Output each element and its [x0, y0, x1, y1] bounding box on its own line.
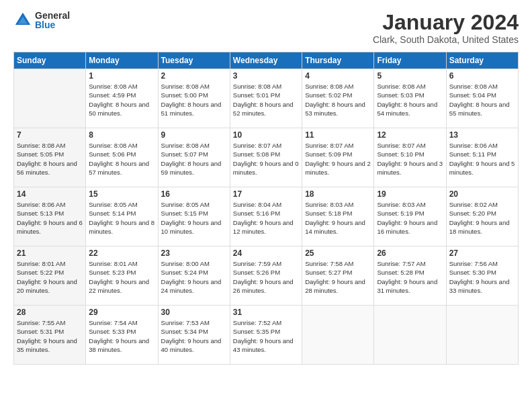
calendar-cell-w2-d5: 11Sunrise: 8:07 AM Sunset: 5:09 PM Dayli… [302, 128, 374, 187]
calendar-cell-w1-d3: 2Sunrise: 8:08 AM Sunset: 5:00 PM Daylig… [158, 69, 230, 128]
week-row-3: 14Sunrise: 8:06 AM Sunset: 5:13 PM Dayli… [14, 187, 519, 246]
calendar-cell-w2-d2: 8Sunrise: 8:08 AM Sunset: 5:06 PM Daylig… [86, 128, 158, 187]
logo-general-text: General [35, 11, 70, 20]
logo: General Blue [13, 11, 70, 30]
calendar-cell-w1-d2: 1Sunrise: 8:08 AM Sunset: 4:59 PM Daylig… [86, 69, 158, 128]
calendar-cell-w4-d7: 27Sunrise: 7:56 AM Sunset: 5:30 PM Dayli… [446, 246, 518, 306]
header-monday: Monday [86, 52, 158, 69]
day-info-w5-d2: Sunrise: 7:54 AM Sunset: 5:33 PM Dayligh… [89, 318, 154, 354]
logo-blue-text: Blue [35, 20, 70, 30]
day-info-w5-d4: Sunrise: 7:52 AM Sunset: 5:35 PM Dayligh… [233, 318, 299, 354]
calendar-cell-w3-d2: 15Sunrise: 8:05 AM Sunset: 5:14 PM Dayli… [86, 187, 158, 246]
calendar-cell-w2-d6: 12Sunrise: 8:07 AM Sunset: 5:10 PM Dayli… [374, 128, 446, 187]
day-info-w2-d4: Sunrise: 8:07 AM Sunset: 5:08 PM Dayligh… [233, 141, 299, 177]
header: General Blue January 2024 Clark, South D… [13, 11, 519, 45]
day-info-w3-d2: Sunrise: 8:05 AM Sunset: 5:14 PM Dayligh… [89, 200, 154, 236]
day-info-w1-d6: Sunrise: 8:08 AM Sunset: 5:03 PM Dayligh… [377, 82, 443, 118]
day-info-w2-d6: Sunrise: 8:07 AM Sunset: 5:10 PM Dayligh… [377, 141, 443, 177]
day-number-w5-d3: 30 [161, 308, 227, 317]
day-info-w2-d7: Sunrise: 8:06 AM Sunset: 5:11 PM Dayligh… [449, 141, 515, 177]
calendar-cell-w2-d4: 10Sunrise: 8:07 AM Sunset: 5:08 PM Dayli… [230, 128, 302, 187]
day-info-w1-d3: Sunrise: 8:08 AM Sunset: 5:00 PM Dayligh… [161, 82, 227, 118]
calendar-cell-w4-d2: 22Sunrise: 8:01 AM Sunset: 5:23 PM Dayli… [86, 246, 158, 306]
calendar-cell-w1-d7: 6Sunrise: 8:08 AM Sunset: 5:04 PM Daylig… [446, 69, 518, 128]
day-number-w4-d3: 23 [161, 248, 227, 258]
day-number-w3-d5: 18 [305, 189, 371, 199]
day-info-w2-d5: Sunrise: 8:07 AM Sunset: 5:09 PM Dayligh… [305, 141, 371, 177]
day-number-w3-d4: 17 [233, 189, 299, 199]
calendar-cell-w4-d6: 26Sunrise: 7:57 AM Sunset: 5:28 PM Dayli… [374, 246, 446, 306]
day-number-w2-d7: 13 [449, 130, 515, 140]
week-row-5: 28Sunrise: 7:55 AM Sunset: 5:31 PM Dayli… [14, 306, 519, 365]
day-info-w1-d4: Sunrise: 8:08 AM Sunset: 5:01 PM Dayligh… [233, 82, 299, 118]
month-title: January 2024 [373, 11, 519, 34]
day-info-w1-d5: Sunrise: 8:08 AM Sunset: 5:02 PM Dayligh… [305, 82, 371, 118]
header-sunday: Sunday [14, 52, 86, 69]
calendar-cell-w4-d4: 24Sunrise: 7:59 AM Sunset: 5:26 PM Dayli… [230, 246, 302, 306]
calendar-cell-w2-d3: 9Sunrise: 8:08 AM Sunset: 5:07 PM Daylig… [158, 128, 230, 187]
logo-icon [13, 11, 32, 30]
header-friday: Friday [374, 52, 446, 69]
day-number-w4-d1: 21 [17, 248, 83, 258]
day-info-w1-d2: Sunrise: 8:08 AM Sunset: 4:59 PM Dayligh… [89, 82, 154, 118]
day-number-w1-d4: 3 [233, 71, 299, 81]
day-number-w1-d2: 1 [89, 71, 154, 81]
calendar-cell-w4-d1: 21Sunrise: 8:01 AM Sunset: 5:22 PM Dayli… [14, 246, 86, 306]
day-info-w3-d1: Sunrise: 8:06 AM Sunset: 5:13 PM Dayligh… [17, 200, 83, 236]
calendar-cell-w3-d7: 20Sunrise: 8:02 AM Sunset: 5:20 PM Dayli… [446, 187, 518, 246]
header-saturday: Saturday [446, 52, 518, 69]
calendar-cell-w5-d5 [302, 306, 374, 365]
day-info-w3-d7: Sunrise: 8:02 AM Sunset: 5:20 PM Dayligh… [449, 200, 515, 236]
calendar-cell-w5-d4: 31Sunrise: 7:52 AM Sunset: 5:35 PM Dayli… [230, 306, 302, 365]
day-info-w4-d4: Sunrise: 7:59 AM Sunset: 5:26 PM Dayligh… [233, 259, 299, 295]
day-number-w1-d5: 4 [305, 71, 371, 81]
day-number-w1-d6: 5 [377, 71, 443, 81]
day-info-w4-d5: Sunrise: 7:58 AM Sunset: 5:27 PM Dayligh… [305, 259, 371, 295]
day-info-w3-d5: Sunrise: 8:03 AM Sunset: 5:18 PM Dayligh… [305, 200, 371, 236]
calendar-cell-w1-d4: 3Sunrise: 8:08 AM Sunset: 5:01 PM Daylig… [230, 69, 302, 128]
calendar-cell-w3-d6: 19Sunrise: 8:03 AM Sunset: 5:19 PM Dayli… [374, 187, 446, 246]
day-info-w5-d3: Sunrise: 7:53 AM Sunset: 5:34 PM Dayligh… [161, 318, 227, 354]
week-row-4: 21Sunrise: 8:01 AM Sunset: 5:22 PM Dayli… [14, 246, 519, 306]
day-number-w1-d7: 6 [449, 71, 515, 81]
page: General Blue January 2024 Clark, South D… [0, 0, 532, 411]
day-number-w1-d3: 2 [161, 71, 227, 81]
day-info-w3-d3: Sunrise: 8:05 AM Sunset: 5:15 PM Dayligh… [161, 200, 227, 236]
day-info-w4-d1: Sunrise: 8:01 AM Sunset: 5:22 PM Dayligh… [17, 259, 83, 295]
location: Clark, South Dakota, United States [373, 34, 519, 45]
calendar-cell-w1-d1 [14, 69, 86, 128]
week-row-2: 7Sunrise: 8:08 AM Sunset: 5:05 PM Daylig… [14, 128, 519, 187]
day-number-w4-d2: 22 [89, 248, 154, 258]
week-row-1: 1Sunrise: 8:08 AM Sunset: 4:59 PM Daylig… [14, 69, 519, 128]
calendar: Sunday Monday Tuesday Wednesday Thursday… [13, 52, 519, 365]
calendar-cell-w3-d1: 14Sunrise: 8:06 AM Sunset: 5:13 PM Dayli… [14, 187, 86, 246]
day-number-w4-d4: 24 [233, 248, 299, 258]
day-number-w2-d2: 8 [89, 130, 154, 140]
header-row: Sunday Monday Tuesday Wednesday Thursday… [14, 52, 519, 69]
day-number-w2-d5: 11 [305, 130, 371, 140]
day-number-w2-d1: 7 [17, 130, 83, 140]
calendar-cell-w5-d6 [374, 306, 446, 365]
calendar-cell-w5-d3: 30Sunrise: 7:53 AM Sunset: 5:34 PM Dayli… [158, 306, 230, 365]
header-thursday: Thursday [302, 52, 374, 69]
day-number-w3-d7: 20 [449, 189, 515, 199]
header-wednesday: Wednesday [230, 52, 302, 69]
day-number-w3-d6: 19 [377, 189, 443, 199]
day-number-w3-d2: 15 [89, 189, 154, 199]
day-info-w5-d1: Sunrise: 7:55 AM Sunset: 5:31 PM Dayligh… [17, 318, 83, 354]
day-info-w2-d2: Sunrise: 8:08 AM Sunset: 5:06 PM Dayligh… [89, 141, 154, 177]
calendar-cell-w5-d2: 29Sunrise: 7:54 AM Sunset: 5:33 PM Dayli… [86, 306, 158, 365]
day-info-w2-d3: Sunrise: 8:08 AM Sunset: 5:07 PM Dayligh… [161, 141, 227, 177]
day-number-w4-d5: 25 [305, 248, 371, 258]
title-area: January 2024 Clark, South Dakota, United… [373, 11, 519, 45]
calendar-cell-w1-d6: 5Sunrise: 8:08 AM Sunset: 5:03 PM Daylig… [374, 69, 446, 128]
day-number-w5-d1: 28 [17, 308, 83, 317]
calendar-cell-w4-d3: 23Sunrise: 8:00 AM Sunset: 5:24 PM Dayli… [158, 246, 230, 306]
day-number-w2-d6: 12 [377, 130, 443, 140]
day-number-w4-d7: 27 [449, 248, 515, 258]
day-number-w5-d4: 31 [233, 308, 299, 317]
calendar-cell-w2-d7: 13Sunrise: 8:06 AM Sunset: 5:11 PM Dayli… [446, 128, 518, 187]
calendar-cell-w4-d5: 25Sunrise: 7:58 AM Sunset: 5:27 PM Dayli… [302, 246, 374, 306]
calendar-cell-w3-d4: 17Sunrise: 8:04 AM Sunset: 5:16 PM Dayli… [230, 187, 302, 246]
day-number-w2-d4: 10 [233, 130, 299, 140]
